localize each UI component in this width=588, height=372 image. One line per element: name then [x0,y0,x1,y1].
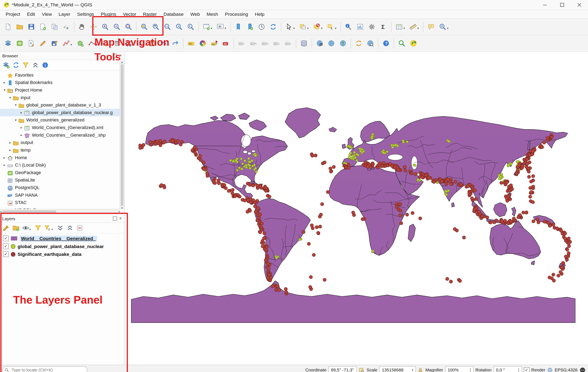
pan-map-button[interactable] [76,21,88,33]
open-attribute-table-button[interactable] [393,21,405,33]
open-layer-styling-button[interactable] [1,223,11,233]
select-features-by-value-dropdown[interactable]: ▾ [307,27,310,30]
temporal-controller-button[interactable] [256,21,267,33]
tree-expand-arrow[interactable]: ▾ [2,88,7,92]
change-label-button[interactable]: abc✎ [248,37,259,49]
layer-styling-button[interactable] [197,37,209,49]
add-group-button[interactable] [11,223,21,233]
geocoder-search-button[interactable] [364,37,376,49]
save-project-button[interactable] [26,21,37,33]
filter-by-expression-dropdown[interactable]: ▾ [51,228,55,231]
minimize-button[interactable] [536,0,553,10]
tree-expand-arrow[interactable]: ▾ [13,118,18,122]
browser-item-spatial-bookmarks[interactable]: ▸Spatial Bookmarks [0,79,124,86]
style-manager-button[interactable]: ✓a [60,21,72,33]
menu-help[interactable]: Help [252,11,268,18]
zoom-to-selection-button[interactable] [138,21,150,33]
paste-features-button[interactable] [146,37,158,49]
browser-item-home[interactable]: ▸Home [0,154,124,161]
remove-layer-button[interactable] [75,223,84,233]
browser-horizontal-scrollbar[interactable]: ◂▸ [0,209,120,214]
deselect-features-button[interactable] [311,21,323,33]
tree-expand-arrow[interactable]: ▸ [19,133,23,137]
vertex-tool-dropdown[interactable]: ▾ [96,43,99,46]
tree-expand-arrow[interactable]: ▸ [2,163,7,167]
measure-line-dropdown[interactable]: ▾ [418,27,421,30]
tree-expand-arrow[interactable]: ▸ [8,141,12,144]
extents-icon[interactable] [358,367,365,372]
select-by-expression-dropdown[interactable]: ▾ [335,27,338,30]
undo-button[interactable] [158,37,169,49]
browser-item-spatialite[interactable]: SpatiaLite [0,176,124,184]
show-layout-manager-button[interactable] [49,21,60,33]
metasearch-button[interactable] [314,37,326,49]
tree-expand-arrow[interactable]: ▸ [2,81,7,85]
magnifier-spinbox[interactable]: 100%▴▾ [445,366,473,372]
pin-labels-button[interactable]: abc [209,37,220,49]
tree-expand-arrow[interactable]: ▾ [13,103,18,107]
layers-float-icon[interactable] [113,216,117,221]
filter-legend-button[interactable] [33,223,43,233]
menu-settings[interactable]: Settings [74,11,97,18]
plugin-refresh-button[interactable] [353,37,365,49]
new-map-view-dropdown[interactable]: ▾ [211,27,214,30]
tree-expand-arrow[interactable]: ▾ [8,96,12,99]
add-line-feature-button[interactable] [60,37,72,49]
web-service-green-button[interactable] [337,37,349,49]
crs-icon[interactable] [547,367,553,372]
save-layer-edits-button[interactable] [49,37,60,49]
tree-expand-arrow[interactable]: ▸ [19,111,23,114]
collapse-all-layers-button[interactable] [65,223,75,233]
add-line-feature-dropdown[interactable]: ▾ [70,43,74,46]
highlight-pinned-labels-button[interactable]: abc [220,37,232,49]
menu-processing[interactable]: Processing [221,11,252,18]
menu-view[interactable]: View [39,11,55,18]
manage-map-themes-dropdown[interactable]: ▾ [29,228,32,231]
menu-raster[interactable]: Raster [140,11,160,18]
layer-row-significant-earthquake-data[interactable]: ✓Significant_earthquake_data [0,250,124,258]
layer-labeling-button[interactable]: abc [185,37,197,49]
select-features-button[interactable] [283,21,295,33]
zoom-full-button[interactable] [123,21,134,33]
layer-visibility-checkbox[interactable]: ✓ [3,251,9,257]
new-shapefile-layer-button[interactable]: V [26,37,37,49]
open-data-source-manager-button[interactable] [2,37,14,49]
layer-name[interactable]: Significant_earthquake_data [18,252,82,257]
browser-item-temp[interactable]: ▸temp [0,146,124,154]
menu-edit[interactable]: Edit [23,11,38,18]
maximize-button[interactable] [553,0,571,10]
select-features-dropdown[interactable]: ▾ [293,27,296,30]
menu-plugins[interactable]: Plugins [97,11,120,18]
copy-features-button[interactable] [135,37,146,49]
modify-attributes-button[interactable] [100,37,111,49]
zoom-in-button[interactable] [99,21,111,33]
browser-vertical-scrollbar[interactable]: ▲▼ [120,61,124,209]
browser-close-icon[interactable]: × [119,54,122,57]
browser-item-sap-hana[interactable]: SAPSAP HANA [0,191,124,199]
filter-by-expression-button[interactable]: ε [43,223,52,233]
enable-properties-widget-button[interactable]: i [41,60,50,70]
add-polygon-feature-button[interactable] [74,37,86,49]
browser-item-global-power-plant-database-nuclear-g[interactable]: ▸global_power_plant_database_nuclear.g [0,109,124,116]
menu-layer[interactable]: Layer [55,11,74,18]
render-checkbox[interactable]: ✓ [524,367,529,372]
crs-status[interactable]: EPSG:4326 [555,368,577,372]
refresh-browser-button[interactable] [11,60,21,70]
layer-visibility-checkbox[interactable]: ✓ [3,244,9,249]
locate-input[interactable] [11,367,85,372]
pan-map-to-selection-button[interactable] [88,21,99,33]
rotation-spinbox[interactable]: 0,0 °▴▾ [494,366,522,372]
scale-combobox[interactable]: 135158688▾ [379,366,416,372]
cut-features-button[interactable] [123,37,135,49]
new-print-layout-button[interactable] [37,21,49,33]
web-service-blue-button[interactable] [326,37,337,49]
add-selected-layers-button[interactable] [1,60,11,70]
browser-float-icon[interactable] [113,54,117,58]
show-spatial-bookmarks-button[interactable] [232,21,244,33]
zoom-last-button[interactable] [173,21,185,33]
menu-web[interactable]: Web [187,11,203,18]
help-contents-button[interactable]: ? [380,37,392,49]
qgis-resources-button[interactable] [408,37,419,49]
browser-item-world-countries-generalized-shp[interactable]: ▸World_Countries__Generalized_.shp [0,131,124,139]
vertex-tool-button[interactable] [86,37,97,49]
